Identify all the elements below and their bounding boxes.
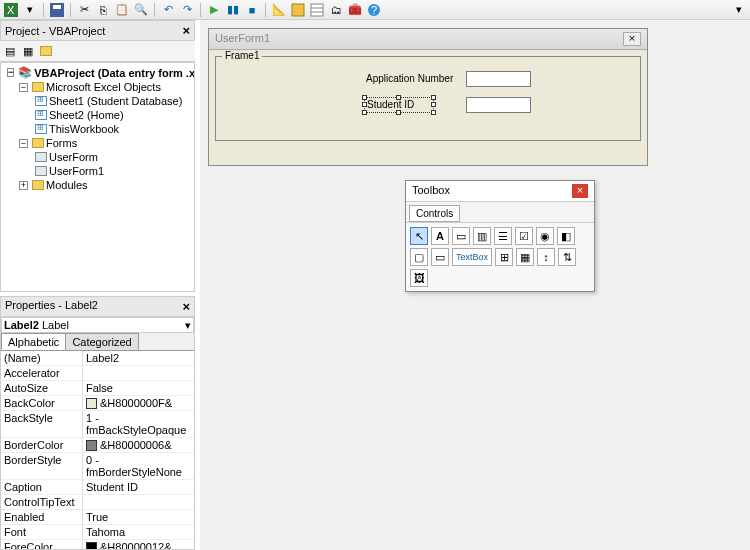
svg-rect-5 <box>311 4 323 16</box>
project-mini-toolbar: ▤ ▦ <box>0 41 195 62</box>
tool-image[interactable]: 🖼 <box>410 269 428 287</box>
properties-grid[interactable]: (Name)Label2AcceleratorAutoSizeFalseBack… <box>1 351 194 549</box>
find-icon[interactable]: 🔍 <box>133 2 149 18</box>
object-selector[interactable]: Label2 Label ▾ <box>1 317 194 333</box>
tool-textbox-label[interactable]: TextBox <box>452 248 492 266</box>
svg-text:X: X <box>7 4 15 16</box>
toolbox-icon[interactable]: 🧰 <box>347 2 363 18</box>
tree-sheet2[interactable]: Sheet2 (Home) <box>3 108 192 122</box>
break-icon[interactable]: ▮▮ <box>225 2 241 18</box>
tree-excel-objects[interactable]: − Microsoft Excel Objects <box>3 80 192 94</box>
tool-frame[interactable]: ▢ <box>410 248 428 266</box>
tool-togglebutton[interactable]: ◧ <box>557 227 575 245</box>
help-icon[interactable]: ? <box>366 2 382 18</box>
prop-row[interactable]: CaptionStudent ID <box>1 480 194 495</box>
excel-icon[interactable]: X <box>3 2 19 18</box>
tree-modules[interactable]: + Modules <box>3 178 192 192</box>
frame1[interactable]: Frame1 Application Number Student ID <box>215 56 641 141</box>
expand-icon[interactable]: + <box>19 181 28 190</box>
form-titlebar[interactable]: UserForm1 × <box>209 29 647 50</box>
main-toolbar: X ▾ ✂ ⎘ 📋 🔍 ↶ ↷ ▶ ▮▮ ■ 📐 🗂 🧰 ? ▾ <box>0 0 750 20</box>
tool-checkbox[interactable]: ☑ <box>515 227 533 245</box>
tool-optionbutton[interactable]: ◉ <box>536 227 554 245</box>
cut-icon[interactable]: ✂ <box>76 2 92 18</box>
label-app-number[interactable]: Application Number <box>366 73 453 84</box>
tool-listbox[interactable]: ☰ <box>494 227 512 245</box>
design-icon[interactable]: 📐 <box>271 2 287 18</box>
expand-icon[interactable]: − <box>19 139 28 148</box>
prop-row[interactable]: FontTahoma <box>1 525 194 540</box>
prop-row[interactable]: BackColor&H8000000F& <box>1 396 194 411</box>
toolbar-chevron-icon[interactable]: ▾ <box>731 2 747 18</box>
folder-toggle-icon[interactable] <box>38 43 54 59</box>
label-student-id-selected[interactable]: Student ID <box>364 97 434 113</box>
browser-icon[interactable]: 🗂 <box>328 2 344 18</box>
expand-icon[interactable]: − <box>7 68 14 77</box>
prop-row[interactable]: (Name)Label2 <box>1 351 194 366</box>
tool-multipage[interactable]: ▦ <box>516 248 534 266</box>
menu-icon[interactable]: ▾ <box>22 2 38 18</box>
form-close-icon[interactable]: × <box>623 32 641 46</box>
prop-row[interactable]: BackStyle1 - fmBackStyleOpaque <box>1 411 194 438</box>
toolbox-title-text: Toolbox <box>412 184 450 198</box>
tool-pointer[interactable]: ↖ <box>410 227 428 245</box>
tree-sheet1[interactable]: Sheet1 (Student Database) <box>3 94 192 108</box>
tree-root[interactable]: −📚 VBAProject (Data entry form .xlsm) <box>3 65 192 80</box>
prop-row[interactable]: AutoSizeFalse <box>1 381 194 396</box>
input-app-number[interactable] <box>466 71 531 87</box>
prop-row[interactable]: Accelerator <box>1 366 194 381</box>
view-code-icon[interactable]: ▤ <box>2 43 18 59</box>
project-tree[interactable]: −📚 VBAProject (Data entry form .xlsm) − … <box>0 62 195 292</box>
redo-icon[interactable]: ↷ <box>179 2 195 18</box>
prop-row[interactable]: EnabledTrue <box>1 510 194 525</box>
expand-icon[interactable]: − <box>19 83 28 92</box>
tab-categorized[interactable]: Categorized <box>65 333 138 350</box>
toolbox-window[interactable]: Toolbox × Controls ↖ A ▭ ▥ ☰ ☑ ◉ ◧ ▢ ▭ T… <box>405 180 595 292</box>
toolbox-close-icon[interactable]: × <box>572 184 588 198</box>
toolbox-tab-controls[interactable]: Controls <box>409 205 460 222</box>
svg-rect-3 <box>53 5 61 9</box>
paste-icon[interactable]: 📋 <box>114 2 130 18</box>
tool-spinbutton[interactable]: ⇅ <box>558 248 576 266</box>
tree-thisworkbook[interactable]: ThisWorkbook <box>3 122 192 136</box>
run-icon[interactable]: ▶ <box>206 2 222 18</box>
userform-window[interactable]: UserForm1 × Frame1 Application Number St… <box>208 28 648 166</box>
tab-alphabetic[interactable]: Alphabetic <box>1 333 66 350</box>
view-object-icon[interactable]: ▦ <box>20 43 36 59</box>
properties-panel: Properties - Label2 × Label2 Label ▾ Alp… <box>0 296 195 550</box>
tree-userform[interactable]: UserForm <box>3 150 192 164</box>
project-icon[interactable] <box>290 2 306 18</box>
tool-label[interactable]: A <box>431 227 449 245</box>
svg-rect-4 <box>292 4 304 16</box>
project-panel-title: Project - VBAProject × <box>0 20 195 41</box>
tool-combobox[interactable]: ▥ <box>473 227 491 245</box>
props-icon[interactable] <box>309 2 325 18</box>
tree-forms[interactable]: − Forms <box>3 136 192 150</box>
save-icon[interactable] <box>49 2 65 18</box>
close-icon[interactable]: × <box>182 23 190 38</box>
reset-icon[interactable]: ■ <box>244 2 260 18</box>
tree-userform1[interactable]: UserForm1 <box>3 164 192 178</box>
tool-textbox[interactable]: ▭ <box>452 227 470 245</box>
prop-row[interactable]: BorderStyle0 - fmBorderStyleNone <box>1 453 194 480</box>
prop-row[interactable]: BorderColor&H80000006& <box>1 438 194 453</box>
tool-commandbutton[interactable]: ▭ <box>431 248 449 266</box>
prop-row[interactable]: ForeColor&H80000012& <box>1 540 194 549</box>
tool-tabstrip[interactable]: ⊞ <box>495 248 513 266</box>
svg-text:?: ? <box>371 4 377 16</box>
properties-title: Properties - Label2 × <box>1 297 194 317</box>
tool-scrollbar[interactable]: ↕ <box>537 248 555 266</box>
form-designer: UserForm1 × Frame1 Application Number St… <box>200 20 750 550</box>
close-icon[interactable]: × <box>182 299 190 314</box>
input-student-id[interactable] <box>466 97 531 113</box>
undo-icon[interactable]: ↶ <box>160 2 176 18</box>
copy-icon[interactable]: ⎘ <box>95 2 111 18</box>
prop-row[interactable]: ControlTipText <box>1 495 194 510</box>
